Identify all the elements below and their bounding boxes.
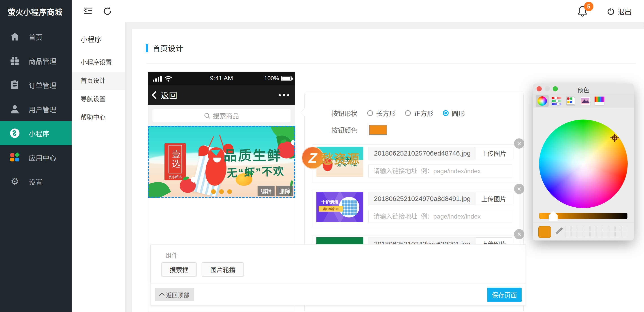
button-color-swatch[interactable]: [367, 123, 389, 137]
logout-button[interactable]: 退出: [607, 6, 632, 16]
upload-image-button[interactable]: 上传图片: [476, 147, 512, 160]
link-address-input[interactable]: [368, 210, 512, 223]
chevron-up-icon: [159, 293, 164, 298]
upload-row: 个护清洁 满199减100 2018062521024970a8d8491.jp…: [312, 190, 520, 228]
filename-box: 2018062521024970a8d8491.jpg: [368, 192, 476, 205]
upload-image-button[interactable]: 上传图片: [476, 192, 512, 205]
sidebar-item-label: 商品管理: [29, 56, 56, 66]
picker-title-bar: 颜色: [533, 84, 634, 94]
component-image-carousel-button[interactable]: 图片轮播: [202, 262, 244, 277]
button-color-label: 按钮颜色: [332, 125, 357, 135]
panel-callout-arrow: [300, 108, 308, 116]
products-icon: [10, 56, 20, 65]
banner-subline: 无“虾”不欢: [226, 162, 285, 180]
banner-carousel[interactable]: 壹选 京东超市 品质生鲜 无“虾”不欢 编辑: [148, 126, 295, 198]
radio-selected-icon: [443, 110, 449, 116]
submenu-item-homepage-design[interactable]: 首页设计: [72, 72, 125, 90]
phone-menu-icon[interactable]: [278, 94, 289, 96]
title-accent-bar: [146, 44, 148, 52]
eyedropper-icon[interactable]: [555, 227, 564, 237]
shape-radio-square[interactable]: 正方形: [405, 108, 434, 118]
bell-icon[interactable]: 5: [577, 5, 588, 17]
users-icon: [10, 105, 20, 114]
upload-row: 品质生鲜 无“虾”不欢 2018062521025706ed48746.jpg …: [312, 144, 520, 183]
phone-status-bar: 9:41 AM 100%: [148, 72, 295, 85]
remove-banner-button[interactable]: ×: [514, 138, 524, 149]
phone-back-button[interactable]: 返回: [153, 89, 177, 101]
picker-toolbar: [533, 94, 634, 108]
shape-radio-rectangle[interactable]: 长方形: [367, 108, 396, 118]
save-page-button[interactable]: 保存页面: [487, 288, 522, 302]
components-header: 组件: [165, 251, 178, 260]
button-shape-label: 按钮形状: [332, 108, 357, 118]
title-divider: [146, 63, 636, 64]
submenu-item-nav-settings[interactable]: 导航设置: [72, 90, 125, 108]
refresh-icon[interactable]: [102, 6, 112, 17]
picker-divider: [533, 223, 634, 223]
submenu-header: 小程序: [72, 22, 125, 53]
button-color-row: 按钮颜色: [332, 123, 389, 137]
sidebar-item-label: 小程序: [29, 128, 50, 138]
submenu-item-help-center[interactable]: 帮助中心: [72, 108, 125, 127]
lobster-sunglasses: [211, 150, 221, 156]
banner-thumbnail-2: 个护清洁 满199减100: [316, 192, 364, 222]
color-sliders-icon[interactable]: [550, 95, 563, 107]
color-picker-window: 颜色: [533, 84, 634, 240]
sidebar-item-settings[interactable]: ⚙ 设置: [0, 169, 72, 193]
sidebar-item-label: 用户管理: [29, 104, 56, 114]
sidebar-item-users[interactable]: 用户管理: [0, 97, 72, 121]
app-logo: 萤火小程序商城: [0, 0, 72, 24]
gear-icon: ⚙: [10, 177, 20, 186]
banner-thumbnail-1: 品质生鲜 无“虾”不欢: [316, 147, 364, 177]
page-title: 首页设计: [146, 42, 183, 53]
home-icon: [10, 32, 20, 41]
pencils-icon[interactable]: [593, 95, 606, 107]
search-icon: [204, 113, 210, 119]
picker-title: 颜色: [533, 86, 634, 94]
image-palettes-icon[interactable]: [579, 95, 592, 107]
carousel-dots[interactable]: [211, 189, 232, 194]
remove-banner-button[interactable]: ×: [514, 229, 524, 239]
submenu-item-miniprogram-settings[interactable]: 小程序设置: [72, 53, 125, 72]
main-sidebar: 萤火小程序商城 首页 商品管理 订单管理 用户管理: [0, 0, 72, 312]
sidebar-item-label: 设置: [29, 176, 42, 187]
remove-banner-button[interactable]: ×: [514, 184, 524, 194]
topbar: 5 退出: [72, 0, 644, 22]
notification-badge: 5: [584, 2, 594, 11]
sidebar-item-label: 首页: [29, 32, 42, 42]
chevron-left-icon: [152, 91, 160, 99]
collapse-menu-icon[interactable]: [83, 7, 93, 16]
sidebar-item-miniprogram[interactable]: 小程序: [0, 121, 72, 145]
color-wheel-icon[interactable]: [536, 95, 549, 107]
color-wheel-crosshair[interactable]: [610, 134, 619, 142]
phone-search-box[interactable]: 搜索商品: [152, 109, 291, 122]
filename-box: 2018062521025706ed48746.jpg: [368, 147, 476, 160]
save-bar: 返回顶部 保存页面: [150, 284, 526, 305]
link-address-input[interactable]: [368, 164, 512, 178]
submenu-sidebar: 小程序 小程序设置 首页设计 导航设置 帮助中心: [72, 22, 126, 312]
back-to-top-button[interactable]: 返回顶部: [155, 288, 194, 301]
app-center-icon: [10, 153, 20, 162]
banner-delete-button[interactable]: 删除: [276, 186, 293, 196]
banner-edit-button[interactable]: 编辑: [258, 186, 274, 196]
phone-battery: 100%: [264, 75, 292, 82]
lobster-claw: [198, 146, 209, 156]
sidebar-item-orders[interactable]: 订单管理: [0, 73, 72, 97]
battery-icon: [281, 76, 292, 81]
brightness-slider-knob[interactable]: [549, 211, 558, 221]
sidebar-item-home[interactable]: 首页: [0, 24, 72, 49]
sidebar-item-label: 订单管理: [29, 80, 56, 90]
sidebar-item-app-center[interactable]: 应用中心: [0, 145, 72, 169]
shape-radio-circle[interactable]: 圆形: [443, 108, 465, 118]
power-icon: [607, 7, 615, 16]
component-search-box-button[interactable]: 搜索框: [161, 262, 197, 277]
current-color-swatch[interactable]: [538, 226, 551, 238]
app-screen: 萤火小程序商城 首页 商品管理 订单管理 用户管理: [0, 0, 644, 312]
saved-swatches-grid[interactable]: [565, 226, 627, 237]
color-wheel[interactable]: [539, 120, 628, 208]
color-palettes-icon[interactable]: [564, 95, 577, 107]
sidebar-item-products[interactable]: 商品管理: [0, 49, 72, 73]
phone-nav-bar: 返回: [148, 85, 295, 105]
tomato-illustration: [180, 178, 196, 193]
miniprogram-icon: [10, 128, 20, 138]
